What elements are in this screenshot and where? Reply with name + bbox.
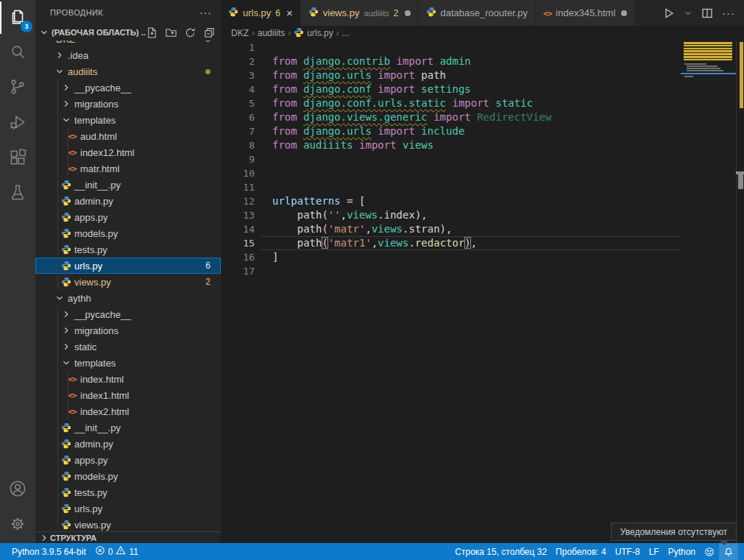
tree-item-admin-py[interactable]: admin.py [35, 193, 221, 209]
unsaved-dot-icon[interactable] [621, 10, 627, 16]
tree-item-label: tests.py [74, 244, 107, 255]
tree-item-migrations[interactable]: migrations [35, 96, 221, 112]
unsaved-dot-icon[interactable] [405, 10, 411, 16]
tree-item-index-html[interactable]: <>index.html [35, 371, 221, 387]
tree-item-audiiits[interactable]: audiiits [35, 63, 221, 79]
tree-item-index12-html[interactable]: <>index12.html [35, 144, 221, 160]
tree-item-urls-py[interactable]: urls.py [35, 500, 221, 517]
beaker-icon [8, 183, 27, 205]
line-col-status[interactable]: Строка 15, столбец 32 [450, 543, 551, 560]
code-line-17[interactable]: 17 [221, 264, 681, 278]
activity-testing[interactable] [0, 177, 35, 212]
tree-item-views-py[interactable]: views.py [35, 517, 221, 533]
code-line-11[interactable]: 11 [221, 180, 681, 194]
tree-item--idea[interactable]: .idea [35, 47, 221, 63]
activity-run-debug[interactable] [0, 106, 35, 141]
warning-icon [116, 545, 126, 558]
breadcrumb-item[interactable]: urls.py [294, 27, 333, 40]
encoding-status[interactable]: UTF-8 [611, 543, 645, 560]
code-line-14[interactable]: 14 path('matr',views.stran), [221, 222, 681, 236]
minimap-warning-highlight [684, 42, 732, 61]
breadcrumb-item[interactable]: ... [342, 28, 350, 38]
code-line-12[interactable]: 12urlpatterns = [ [221, 194, 681, 208]
code-line-7[interactable]: 7from django.urls import include [221, 124, 681, 138]
code-line-9[interactable]: 9 [221, 152, 681, 166]
scrollbar[interactable] [736, 40, 744, 543]
run-dropdown-chevron-icon[interactable] [684, 9, 692, 18]
minimap[interactable] [681, 40, 736, 543]
language-status[interactable]: Python [664, 543, 700, 560]
breadcrumb-item[interactable]: audiiits [258, 28, 285, 38]
refresh-icon[interactable] [184, 26, 196, 38]
tree-item-apps-py[interactable]: apps.py [35, 209, 221, 225]
tree-item-views-py[interactable]: views.py2 [35, 274, 221, 290]
code-line-6[interactable]: 6from django.views.generic import Redire… [221, 110, 681, 124]
new-folder-icon[interactable] [165, 26, 177, 38]
play-bug-icon [8, 113, 27, 135]
code-line-15[interactable]: 15 path('matr1',views.redactor), [221, 236, 681, 250]
tree-item-apps-py[interactable]: apps.py [35, 452, 221, 468]
tree-item--pycache-[interactable]: __pycache__ [35, 79, 221, 96]
indent-status[interactable]: Пробелов: 4 [551, 543, 611, 560]
eol-status[interactable]: LF [645, 543, 664, 560]
collapse-all-icon[interactable] [203, 26, 215, 38]
tab-urls-py[interactable]: urls.py6× [221, 0, 301, 26]
activity-explorer[interactable]: 3 [0, 0, 35, 35]
tree-item-urls-py[interactable]: urls.py6 [35, 258, 221, 274]
python-interpreter-status[interactable]: Python 3.9.5 64-bit [7, 543, 91, 560]
code-line-8[interactable]: 8from audiiits import views [221, 138, 681, 152]
more-actions-icon[interactable]: ··· [722, 7, 735, 19]
feedback-icon[interactable] [700, 543, 719, 560]
tree-item-templates[interactable]: templates [35, 355, 221, 371]
tab-index345-html[interactable]: <>index345.html [536, 0, 635, 26]
breadcrumb-item[interactable]: DKZ [231, 28, 249, 38]
tree-item-aud-html[interactable]: <>aud.html [35, 128, 221, 144]
tree-item-index1-html[interactable]: <>index1.html [35, 387, 221, 403]
tree-item-models-py[interactable]: models.py [35, 468, 221, 484]
tree-item-migrations[interactable]: migrations [35, 322, 221, 339]
magnifier-icon [8, 42, 27, 64]
breadcrumb-separator-icon: › [336, 28, 339, 38]
run-button[interactable] [663, 7, 675, 19]
tree-item-admin-py[interactable]: admin.py [35, 436, 221, 452]
code-line-5[interactable]: 5from django.conf.urls.static import sta… [221, 96, 681, 110]
tree-item-aythh[interactable]: aythh [35, 290, 221, 306]
new-file-icon[interactable] [146, 26, 157, 38]
tree-item-tests-py[interactable]: tests.py [35, 484, 221, 500]
code-line-10[interactable]: 10 [221, 166, 681, 180]
code-editor[interactable]: 12from django.contrib import admin3from … [221, 40, 681, 543]
code-line-2[interactable]: 2from django.contrib import admin [221, 54, 681, 68]
tree-item--init-py[interactable]: __init__.py [35, 419, 221, 436]
tree-item-tests-py[interactable]: tests.py [35, 241, 221, 258]
activity-extensions[interactable] [0, 141, 35, 177]
breadcrumb: DKZ›audiiits›urls.py›... [221, 26, 744, 40]
code-line-13[interactable]: 13 path('',views.index), [221, 208, 681, 222]
tree-item-static[interactable]: static [35, 339, 221, 355]
views-and-more-actions-button[interactable]: ··· [199, 7, 212, 18]
activity-settings[interactable] [0, 508, 35, 543]
activity-search[interactable] [0, 35, 35, 71]
workspace-section-header[interactable]: (РАБОЧАЯ ОБЛАСТЬ) ... [35, 24, 221, 40]
tree-item--init-py[interactable]: __init__.py [35, 177, 221, 193]
code-line-16[interactable]: 16] [221, 250, 681, 264]
tree-item-models-py[interactable]: models.py [35, 225, 221, 241]
tab-database-roouter-py[interactable]: database_roouter.py [419, 0, 536, 26]
python-file-icon [60, 211, 72, 223]
problems-status[interactable]: 0 11 [91, 543, 143, 560]
tab-views-py[interactable]: views.pyaudiiits2 [301, 0, 419, 26]
activity-accounts[interactable] [0, 472, 35, 508]
close-icon[interactable]: × [286, 7, 293, 18]
tree-item-matr-html[interactable]: <>matr.html [35, 160, 221, 177]
outline-section-header[interactable]: СТРУКТУРА [35, 531, 221, 543]
split-editor-icon[interactable] [701, 7, 713, 19]
python-file-icon [294, 27, 304, 40]
tree-item--pycache-[interactable]: __pycache__ [35, 306, 221, 322]
tree-item-templates[interactable]: templates [35, 112, 221, 128]
tree-item-label: audiiits [68, 66, 97, 77]
code-line-3[interactable]: 3from django.urls import path [221, 68, 681, 82]
tree-item-index2-html[interactable]: <>index2.html [35, 403, 221, 419]
code-line-4[interactable]: 4from django.conf import settings [221, 82, 681, 96]
tree-item-label: matr.html [80, 163, 119, 174]
activity-source-control[interactable] [0, 71, 35, 106]
code-line-1[interactable]: 1 [221, 40, 681, 54]
